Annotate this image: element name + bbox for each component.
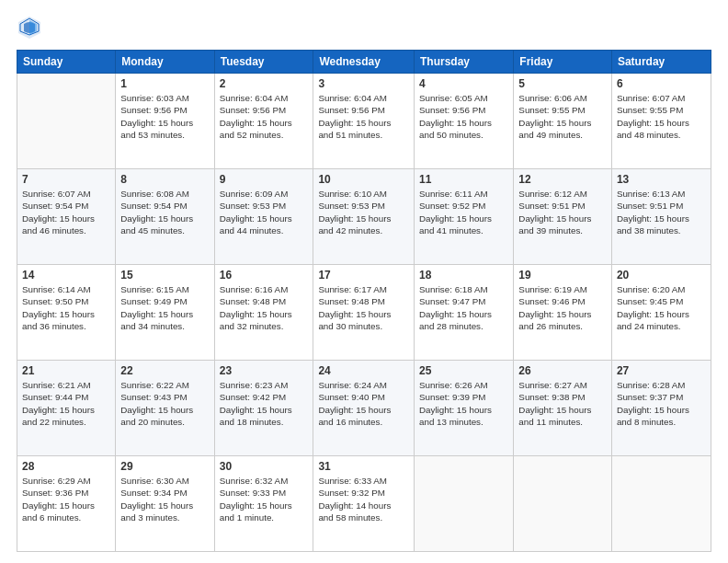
day-info: Sunrise: 6:13 AM Sunset: 9:51 PM Dayligh…	[617, 188, 706, 236]
calendar-day-cell: 13Sunrise: 6:13 AM Sunset: 9:51 PM Dayli…	[611, 169, 711, 265]
day-number: 29	[120, 459, 209, 474]
day-number: 24	[318, 363, 409, 378]
day-info: Sunrise: 6:04 AM Sunset: 9:56 PM Dayligh…	[220, 92, 309, 141]
calendar-day-cell: 19Sunrise: 6:19 AM Sunset: 9:46 PM Dayli…	[514, 265, 612, 361]
calendar-day-cell: 3Sunrise: 6:04 AM Sunset: 9:56 PM Daylig…	[313, 74, 415, 169]
calendar-day-cell: 23Sunrise: 6:23 AM Sunset: 9:42 PM Dayli…	[214, 361, 313, 456]
calendar-day-cell: 28Sunrise: 6:29 AM Sunset: 9:36 PM Dayli…	[17, 456, 116, 552]
logo-icon	[17, 15, 42, 40]
page-header	[17, 15, 711, 40]
calendar-day-cell: 1Sunrise: 6:03 AM Sunset: 9:56 PM Daylig…	[116, 74, 214, 169]
calendar-day-cell: 5Sunrise: 6:06 AM Sunset: 9:55 PM Daylig…	[514, 74, 612, 169]
calendar-day-cell: 30Sunrise: 6:32 AM Sunset: 9:33 PM Dayli…	[214, 456, 313, 552]
day-info: Sunrise: 6:29 AM Sunset: 9:36 PM Dayligh…	[22, 475, 110, 523]
calendar-day-cell: 15Sunrise: 6:15 AM Sunset: 9:49 PM Dayli…	[116, 265, 214, 361]
day-number: 30	[220, 459, 309, 474]
calendar-header-saturday: Saturday	[611, 51, 711, 74]
day-number: 22	[120, 363, 209, 378]
day-info: Sunrise: 6:12 AM Sunset: 9:51 PM Dayligh…	[518, 188, 607, 236]
day-number: 16	[220, 268, 309, 282]
calendar-header-sunday: Sunday	[17, 51, 116, 74]
calendar-week-row: 14Sunrise: 6:14 AM Sunset: 9:50 PM Dayli…	[17, 265, 711, 361]
day-info: Sunrise: 6:10 AM Sunset: 9:53 PM Dayligh…	[318, 188, 409, 236]
day-number: 9	[220, 172, 309, 187]
day-info: Sunrise: 6:20 AM Sunset: 9:45 PM Dayligh…	[617, 283, 706, 332]
day-number: 27	[617, 363, 706, 378]
day-info: Sunrise: 6:05 AM Sunset: 9:56 PM Dayligh…	[419, 92, 508, 141]
day-number: 19	[518, 268, 607, 282]
calendar-day-cell: 12Sunrise: 6:12 AM Sunset: 9:51 PM Dayli…	[514, 169, 612, 265]
calendar-day-cell: 8Sunrise: 6:08 AM Sunset: 9:54 PM Daylig…	[116, 169, 214, 265]
calendar-day-cell: 21Sunrise: 6:21 AM Sunset: 9:44 PM Dayli…	[17, 361, 116, 456]
day-info: Sunrise: 6:17 AM Sunset: 9:48 PM Dayligh…	[318, 283, 409, 332]
calendar-table: SundayMondayTuesdayWednesdayThursdayFrid…	[17, 50, 711, 552]
day-info: Sunrise: 6:08 AM Sunset: 9:54 PM Dayligh…	[120, 188, 209, 236]
calendar-day-cell: 20Sunrise: 6:20 AM Sunset: 9:45 PM Dayli…	[611, 265, 711, 361]
day-info: Sunrise: 6:24 AM Sunset: 9:40 PM Dayligh…	[318, 379, 409, 428]
calendar-day-cell: 31Sunrise: 6:33 AM Sunset: 9:32 PM Dayli…	[313, 456, 415, 552]
day-number: 6	[617, 76, 706, 91]
day-number: 18	[419, 268, 508, 282]
calendar-day-cell: 18Sunrise: 6:18 AM Sunset: 9:47 PM Dayli…	[415, 265, 514, 361]
day-info: Sunrise: 6:33 AM Sunset: 9:32 PM Dayligh…	[318, 475, 409, 523]
day-info: Sunrise: 6:30 AM Sunset: 9:34 PM Dayligh…	[120, 475, 209, 523]
day-number: 12	[518, 172, 607, 187]
calendar-header-friday: Friday	[514, 51, 612, 74]
calendar-day-cell: 24Sunrise: 6:24 AM Sunset: 9:40 PM Dayli…	[313, 361, 415, 456]
day-number: 13	[617, 172, 706, 187]
calendar-header-row: SundayMondayTuesdayWednesdayThursdayFrid…	[17, 51, 711, 74]
day-info: Sunrise: 6:19 AM Sunset: 9:46 PM Dayligh…	[518, 283, 607, 332]
calendar-header-monday: Monday	[116, 51, 214, 74]
day-number: 26	[518, 363, 607, 378]
calendar-day-cell: 25Sunrise: 6:26 AM Sunset: 9:39 PM Dayli…	[415, 361, 514, 456]
calendar-day-cell	[17, 74, 116, 169]
calendar-day-cell: 14Sunrise: 6:14 AM Sunset: 9:50 PM Dayli…	[17, 265, 116, 361]
day-number: 5	[518, 76, 607, 91]
day-number: 10	[318, 172, 409, 187]
day-info: Sunrise: 6:07 AM Sunset: 9:54 PM Dayligh…	[22, 188, 110, 236]
day-info: Sunrise: 6:26 AM Sunset: 9:39 PM Dayligh…	[419, 379, 508, 428]
calendar-day-cell: 9Sunrise: 6:09 AM Sunset: 9:53 PM Daylig…	[214, 169, 313, 265]
calendar-day-cell: 29Sunrise: 6:30 AM Sunset: 9:34 PM Dayli…	[116, 456, 214, 552]
calendar-day-cell: 7Sunrise: 6:07 AM Sunset: 9:54 PM Daylig…	[17, 169, 116, 265]
day-number: 14	[22, 268, 110, 282]
day-number: 21	[22, 363, 110, 378]
day-number: 28	[22, 459, 110, 474]
day-info: Sunrise: 6:04 AM Sunset: 9:56 PM Dayligh…	[318, 92, 409, 141]
calendar-day-cell: 16Sunrise: 6:16 AM Sunset: 9:48 PM Dayli…	[214, 265, 313, 361]
calendar-day-cell: 11Sunrise: 6:11 AM Sunset: 9:52 PM Dayli…	[415, 169, 514, 265]
day-info: Sunrise: 6:28 AM Sunset: 9:37 PM Dayligh…	[617, 379, 706, 428]
calendar-week-row: 7Sunrise: 6:07 AM Sunset: 9:54 PM Daylig…	[17, 169, 711, 265]
day-info: Sunrise: 6:18 AM Sunset: 9:47 PM Dayligh…	[419, 283, 508, 332]
day-info: Sunrise: 6:15 AM Sunset: 9:49 PM Dayligh…	[120, 283, 209, 332]
calendar-day-cell: 17Sunrise: 6:17 AM Sunset: 9:48 PM Dayli…	[313, 265, 415, 361]
day-number: 8	[120, 172, 209, 187]
calendar-day-cell: 26Sunrise: 6:27 AM Sunset: 9:38 PM Dayli…	[514, 361, 612, 456]
day-info: Sunrise: 6:23 AM Sunset: 9:42 PM Dayligh…	[220, 379, 309, 428]
calendar-day-cell	[611, 456, 711, 552]
day-number: 7	[22, 172, 110, 187]
calendar-day-cell: 2Sunrise: 6:04 AM Sunset: 9:56 PM Daylig…	[214, 74, 313, 169]
day-number: 15	[120, 268, 209, 282]
day-number: 4	[419, 76, 508, 91]
calendar-day-cell: 6Sunrise: 6:07 AM Sunset: 9:55 PM Daylig…	[611, 74, 711, 169]
calendar-day-cell	[514, 456, 612, 552]
day-number: 23	[220, 363, 309, 378]
calendar-week-row: 1Sunrise: 6:03 AM Sunset: 9:56 PM Daylig…	[17, 74, 711, 169]
day-info: Sunrise: 6:03 AM Sunset: 9:56 PM Dayligh…	[120, 92, 209, 141]
calendar-day-cell: 10Sunrise: 6:10 AM Sunset: 9:53 PM Dayli…	[313, 169, 415, 265]
day-info: Sunrise: 6:16 AM Sunset: 9:48 PM Dayligh…	[220, 283, 309, 332]
calendar-week-row: 21Sunrise: 6:21 AM Sunset: 9:44 PM Dayli…	[17, 361, 711, 456]
day-number: 17	[318, 268, 409, 282]
day-info: Sunrise: 6:14 AM Sunset: 9:50 PM Dayligh…	[22, 283, 110, 332]
calendar-day-cell: 4Sunrise: 6:05 AM Sunset: 9:56 PM Daylig…	[415, 74, 514, 169]
calendar-header-thursday: Thursday	[415, 51, 514, 74]
day-number: 1	[120, 76, 209, 91]
day-info: Sunrise: 6:07 AM Sunset: 9:55 PM Dayligh…	[617, 92, 706, 141]
day-number: 2	[220, 76, 309, 91]
calendar-week-row: 28Sunrise: 6:29 AM Sunset: 9:36 PM Dayli…	[17, 456, 711, 552]
logo	[17, 15, 46, 40]
calendar-day-cell: 22Sunrise: 6:22 AM Sunset: 9:43 PM Dayli…	[116, 361, 214, 456]
day-info: Sunrise: 6:09 AM Sunset: 9:53 PM Dayligh…	[220, 188, 309, 236]
day-number: 3	[318, 76, 409, 91]
